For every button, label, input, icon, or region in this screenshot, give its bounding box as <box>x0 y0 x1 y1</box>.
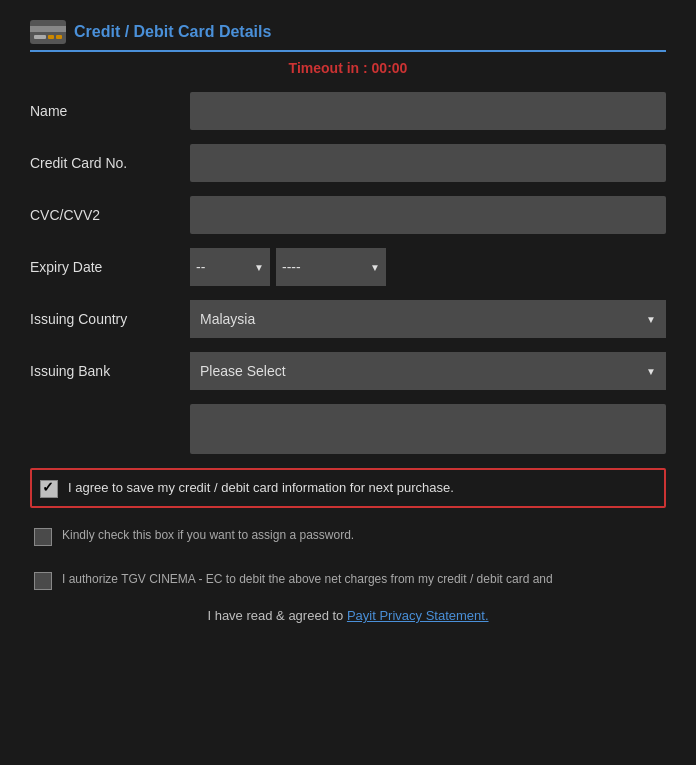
notes-input[interactable] <box>190 404 666 454</box>
issuing-bank-wrapper: Please Select Maybank CIMB Public Bank R… <box>190 352 666 390</box>
svg-rect-1 <box>30 26 66 32</box>
password-checkbox[interactable] <box>34 528 52 546</box>
issuing-bank-label: Issuing Bank <box>30 363 190 379</box>
notes-row <box>30 404 666 454</box>
header: Credit / Debit Card Details <box>30 20 666 52</box>
checkbox-section: I agree to save my credit / debit card i… <box>30 468 666 623</box>
issuing-country-select[interactable]: Malaysia Singapore Indonesia Thailand Ot… <box>190 300 666 338</box>
credit-card-icon <box>30 20 66 44</box>
privacy-link[interactable]: Payit Privacy Statement. <box>347 608 489 623</box>
svg-rect-2 <box>34 35 46 39</box>
issuing-bank-select[interactable]: Please Select Maybank CIMB Public Bank R… <box>190 352 666 390</box>
expiry-month-wrapper: -- 010203 040506 070809 101112 <box>190 248 270 286</box>
expiry-selects: -- 010203 040506 070809 101112 ---- 2024… <box>190 248 386 286</box>
expiry-label: Expiry Date <box>30 259 190 275</box>
issuing-country-wrapper: Malaysia Singapore Indonesia Thailand Ot… <box>190 300 666 338</box>
save-card-row: I agree to save my credit / debit card i… <box>30 468 666 508</box>
svg-rect-4 <box>56 35 62 39</box>
expiry-year-select[interactable]: ---- 202420252026 2027202820292030 <box>276 248 386 286</box>
issuing-bank-row: Issuing Bank Please Select Maybank CIMB … <box>30 352 666 390</box>
timeout-text: Timeout in : 00:00 <box>289 60 408 76</box>
card-container: Credit / Debit Card Details Timeout in :… <box>10 10 686 643</box>
authorize-label: I authorize TGV CINEMA - EC to debit the… <box>62 570 553 588</box>
save-card-label: I agree to save my credit / debit card i… <box>68 478 454 498</box>
save-card-checkbox[interactable] <box>40 480 58 498</box>
page-title: Credit / Debit Card Details <box>74 23 271 41</box>
expiry-month-select[interactable]: -- 010203 040506 070809 101112 <box>190 248 270 286</box>
svg-rect-3 <box>48 35 54 39</box>
cvc-label: CVC/CVV2 <box>30 207 190 223</box>
issuing-country-label: Issuing Country <box>30 311 190 327</box>
name-input[interactable] <box>190 92 666 130</box>
credit-card-row: Credit Card No. <box>30 144 666 182</box>
authorize-checkbox[interactable] <box>34 572 52 590</box>
cvc-row: CVC/CVV2 <box>30 196 666 234</box>
privacy-prefix: I have read & agreed to <box>207 608 346 623</box>
expiry-year-wrapper: ---- 202420252026 2027202820292030 <box>276 248 386 286</box>
issuing-country-row: Issuing Country Malaysia Singapore Indon… <box>30 300 666 338</box>
password-label: Kindly check this box if you want to ass… <box>62 526 354 544</box>
privacy-row: I have read & agreed to Payit Privacy St… <box>30 608 666 623</box>
authorize-row: I authorize TGV CINEMA - EC to debit the… <box>30 564 666 596</box>
name-label: Name <box>30 103 190 119</box>
password-row: Kindly check this box if you want to ass… <box>30 520 666 552</box>
timeout-bar: Timeout in : 00:00 <box>30 60 666 76</box>
cvc-input[interactable] <box>190 196 666 234</box>
name-row: Name <box>30 92 666 130</box>
expiry-row: Expiry Date -- 010203 040506 070809 1011… <box>30 248 666 286</box>
cc-label: Credit Card No. <box>30 155 190 171</box>
credit-card-input[interactable] <box>190 144 666 182</box>
